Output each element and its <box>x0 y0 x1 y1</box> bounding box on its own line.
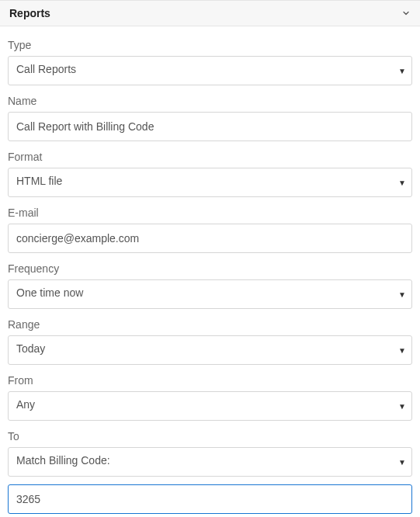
billing-code-input[interactable] <box>8 484 412 514</box>
from-select[interactable]: Any <box>8 391 412 421</box>
format-select[interactable]: HTML file <box>8 168 412 197</box>
range-label: Range <box>8 318 412 331</box>
reports-panel-header[interactable]: Reports <box>0 0 420 26</box>
panel-title: Reports <box>9 7 50 19</box>
type-label: Type <box>8 39 412 51</box>
frequency-select[interactable]: One time now <box>8 279 412 309</box>
range-select[interactable]: Today <box>8 335 412 365</box>
email-input[interactable] <box>8 224 412 253</box>
name-label: Name <box>8 95 412 107</box>
to-label: To <box>8 430 412 442</box>
format-label: Format <box>8 151 412 163</box>
frequency-label: Frequency <box>8 262 412 275</box>
to-select[interactable]: Match Billing Code: <box>8 447 412 477</box>
email-label: E-mail <box>8 206 412 219</box>
chevron-down-icon <box>401 9 411 18</box>
from-label: From <box>8 374 412 387</box>
reports-form: Type Call Reports ▼ Name Format HTML fil… <box>0 26 420 517</box>
name-input[interactable] <box>8 112 412 141</box>
type-select[interactable]: Call Reports <box>8 56 412 85</box>
